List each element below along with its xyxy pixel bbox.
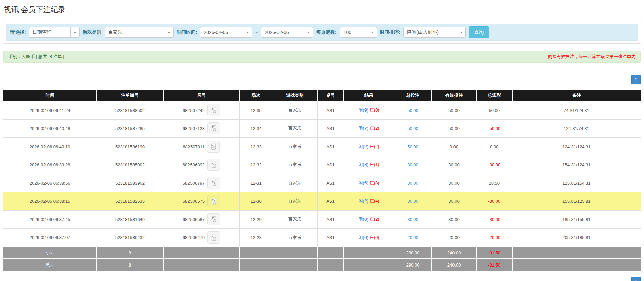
cell-bet-no: 523181582635 (97, 192, 163, 210)
header-game-type: 游戏类别 (272, 90, 317, 101)
cell-game-type: 百家乐 (272, 192, 317, 210)
cell-result: 闲(2) 庄(4) (344, 192, 394, 210)
cell-table-no: AS1 (318, 101, 344, 119)
result-banker: 庄(8) (370, 180, 379, 185)
film-icon (210, 125, 217, 132)
sort-order-select[interactable]: 降幂(由大到小) (403, 27, 466, 38)
cell-session: 12-33 (240, 137, 272, 156)
cell-session: 12-31 (240, 174, 272, 192)
chevron-down-icon (457, 27, 465, 37)
round-no-value: 682506587 (183, 217, 205, 222)
cell-total-bet: 30.00 (394, 192, 432, 210)
result-player: 闲(2) (358, 198, 368, 204)
header-valid-bet: 有效投注 (432, 90, 476, 101)
cell-note: 125.81/154.31 (512, 174, 641, 192)
result-player: 闲(8) (358, 162, 368, 167)
total-bet-link[interactable]: 50.00 (407, 126, 418, 131)
cell-bet-no: 523181580432 (97, 228, 163, 247)
page-container: 视讯 会员下注纪录 请选择: 日期查询 游戏类别 百家乐 时间区间: 2026-… (0, 0, 644, 281)
query-type-select[interactable]: 日期查询 (29, 27, 80, 38)
cell-bet-no: 523181587285 (97, 119, 163, 137)
header-session: 场次 (240, 90, 272, 101)
round-no-value: 682507242 (183, 108, 205, 113)
subtotal-payout: -81.50 (476, 247, 512, 259)
header-time: 时间 (3, 90, 97, 101)
game-type-select[interactable]: 百家乐 (105, 27, 174, 38)
table-row: 2026-02-06 06:38:15 523181582635 6825066… (3, 192, 641, 210)
page-1-button[interactable]: 1 (631, 277, 641, 281)
total-bet-link[interactable]: 30.00 (407, 181, 418, 186)
header-result: 结果 (344, 90, 394, 101)
video-replay-button[interactable] (207, 140, 220, 153)
summary-alert-bar: 币别：人民币 | 总共 :8 注单 | 同局有效投注，统一计算在该局第一张注单内 (3, 51, 641, 63)
cell-time: 2026-02-06 06:38:15 (3, 192, 97, 210)
cell-session: 12-32 (240, 156, 272, 174)
round-no-value: 682507011 (183, 144, 204, 149)
cell-total-bet: 50.00 (394, 137, 432, 156)
total-bet-link[interactable]: 20.00 (407, 235, 418, 240)
total-bet-link[interactable]: 30.00 (407, 199, 418, 204)
film-icon (210, 143, 217, 150)
cell-time: 2026-02-06 06:39:28 (3, 156, 97, 174)
cell-bet-no: 523181586190 (97, 137, 163, 156)
subtotal-count: 8 (97, 247, 163, 259)
video-replay-button[interactable] (207, 213, 220, 225)
chevron-down-icon (368, 27, 377, 37)
total-bet-link[interactable]: 30.00 (407, 162, 418, 167)
total-bet-link[interactable]: 50.00 (407, 108, 418, 113)
cell-note: 155.81/125.81 (512, 192, 641, 210)
chevron-down-icon (70, 27, 79, 37)
cell-note: 124.31/74.31 (512, 119, 641, 137)
video-replay-button[interactable] (207, 122, 220, 134)
film-icon (210, 107, 217, 114)
header-note: 备注 (512, 90, 641, 101)
result-banker: 庄(1) (370, 162, 379, 167)
total-label: 总计 (3, 259, 97, 271)
cell-valid-bet: 30.00 (432, 210, 476, 228)
page-title: 视讯 会员下注纪录 (4, 5, 641, 15)
film-icon (210, 180, 217, 186)
chevron-down-icon (304, 27, 313, 37)
cell-payout: -20.00 (476, 228, 512, 247)
cell-valid-bet: 30.00 (432, 174, 476, 192)
query-type-label: 请选择: (10, 29, 26, 35)
total-bet-link[interactable]: 50.00 (407, 144, 418, 149)
video-replay-button[interactable] (207, 231, 220, 244)
table-row: 2026-02-06 06:37:07 523181580432 6825064… (3, 228, 641, 247)
cell-time: 2026-02-06 06:40:48 (3, 119, 97, 137)
cell-result: 闲(7) 庄(2) (344, 119, 394, 137)
cell-payout: -30.00 (476, 192, 512, 210)
cell-total-bet: 30.00 (394, 174, 432, 192)
date-to-select[interactable]: 2026-02-06 (261, 27, 313, 38)
valid-bet-notice-text: 同局有效投注，统一计算在该局第一张注单内 (548, 54, 636, 60)
page-size-select[interactable]: 100 (340, 27, 377, 38)
cell-result: 闲(6) 庄(0) (344, 228, 394, 247)
cell-total-bet: 30.00 (394, 210, 432, 228)
cell-bet-no: 523181588502 (97, 101, 163, 119)
result-player: 闲(8) (358, 217, 368, 222)
video-replay-button[interactable] (207, 177, 220, 189)
video-replay-button[interactable] (207, 159, 220, 171)
film-icon (210, 198, 217, 205)
cell-payout: 0.00 (476, 137, 512, 156)
round-no-value: 682506797 (183, 181, 205, 186)
page-size-label: 每页笔数: (316, 29, 337, 35)
cell-table-no: AS1 (318, 210, 344, 228)
date-from-select[interactable]: 2026-02-06 (200, 27, 252, 38)
result-banker: 庄(0) (370, 235, 379, 240)
cell-total-bet: 30.00 (394, 156, 432, 174)
date-to-value: 2026-02-06 (261, 30, 292, 35)
search-button[interactable]: 查询 (469, 26, 489, 38)
header-bet-no: 注单编号 (97, 90, 163, 101)
cell-time: 2026-02-06 06:37:45 (3, 210, 97, 228)
filter-panel: 请选择: 日期查询 游戏类别 百家乐 时间区间: 2026-02-06 ~ 20… (3, 21, 641, 44)
sort-order-label: 时间排序: (380, 29, 401, 35)
result-player: 闲(6) (358, 180, 368, 185)
cell-time: 2026-02-06 06:40:10 (3, 137, 97, 156)
cell-table-no: AS1 (318, 174, 344, 192)
page-1-button[interactable]: 1 (631, 75, 641, 84)
total-bet-link[interactable]: 30.00 (407, 217, 418, 222)
video-replay-button[interactable] (207, 195, 220, 207)
video-replay-button[interactable] (207, 104, 220, 116)
cell-result: 闲(2) 庄(2) (344, 137, 394, 156)
